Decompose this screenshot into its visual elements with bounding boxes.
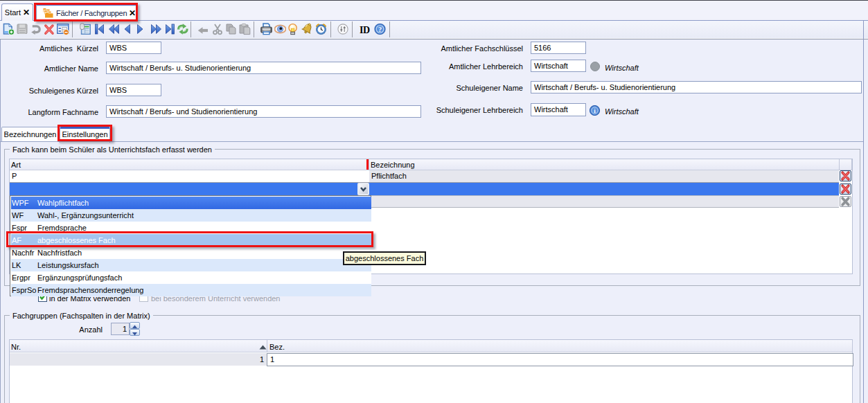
svg-text:?: ? — [378, 26, 382, 33]
